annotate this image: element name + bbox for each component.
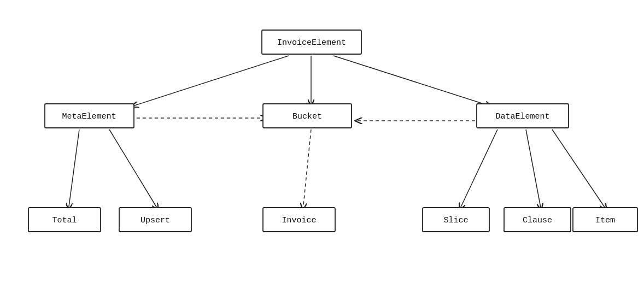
item-label: Item [595,216,615,225]
line-invoice-to-dataelement [333,56,492,107]
line-meta-to-total [68,130,79,210]
invoice-element-label: InvoiceElement [277,38,346,48]
line-invoice-to-meta [131,56,289,107]
line-data-to-clause [526,130,541,210]
line-bucket-to-invoice [303,130,311,210]
upsert-label: Upsert [140,216,170,225]
data-element-label: DataElement [495,112,549,121]
slice-label: Slice [443,216,468,225]
line-data-to-slice [459,130,497,210]
line-meta-to-upsert [109,130,159,210]
bucket-label: Bucket [292,112,322,121]
invoice-label: Invoice [282,216,316,225]
line-data-to-item [552,130,607,210]
total-label: Total [52,216,77,225]
meta-element-label: MetaElement [62,112,116,121]
clause-label: Clause [523,216,552,225]
